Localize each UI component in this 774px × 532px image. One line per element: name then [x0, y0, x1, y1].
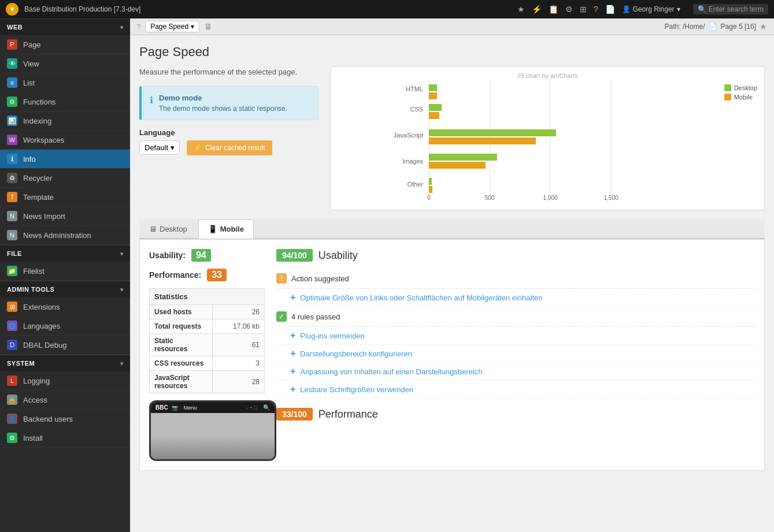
page-icon: P	[7, 39, 17, 50]
sidebar-item-extensions[interactable]: ⊞ Extensions	[0, 297, 130, 317]
svg-text:JavaScript: JavaScript	[394, 132, 423, 139]
monitor-icon: 🖥	[204, 22, 212, 31]
settings-icon[interactable]: ⚙	[565, 5, 573, 14]
user-menu[interactable]: 👤 Georg Ringer ▾	[622, 5, 680, 13]
sidebar-item-functions[interactable]: ⚙ Functions	[0, 92, 130, 111]
suggestion-4-text: Lesbare Schriftgrößen verwenden	[300, 385, 413, 394]
sidebar-item-dbal[interactable]: D DBAL Debug	[0, 336, 130, 355]
action-suggested-label: Action suggested	[291, 274, 349, 283]
sidebar-item-backend-users[interactable]: 👤 Backend users	[0, 410, 130, 429]
usability-chip: 94/100	[276, 249, 313, 262]
tab-mobile[interactable]: 📱 Mobile	[198, 220, 254, 239]
svg-rect-10	[429, 92, 437, 99]
suggestion-1[interactable]: + Plug-ins vermeiden	[276, 327, 755, 345]
usability-label-left: Usability:	[149, 251, 186, 260]
workspaces-icon: W	[7, 135, 17, 145]
sidebar-item-install[interactable]: ⚙ Install	[0, 429, 130, 448]
sidebar-item-news-admin[interactable]: N News Administration	[0, 226, 130, 245]
suggestion-4[interactable]: + Lesbare Schriftgrößen verwenden	[276, 381, 755, 399]
sidebar-item-indexing[interactable]: 📊 Indexing	[0, 111, 130, 131]
clear-cache-label: Clear cached result	[205, 144, 265, 152]
clear-cache-button[interactable]: ⚡ Clear cached result	[187, 140, 272, 155]
action-suggested-row[interactable]: ! Action suggested	[276, 269, 755, 289]
suggestion-2[interactable]: + Darstellungsbereich konfigurieren	[276, 345, 755, 363]
svg-rect-18	[429, 186, 432, 193]
news-admin-icon: N	[7, 230, 17, 240]
search-placeholder: Enter search term	[709, 5, 764, 13]
language-select[interactable]: Default ▾	[139, 140, 180, 155]
sidebar-item-workspaces-label: Workspaces	[23, 136, 64, 144]
svg-text:Other: Other	[407, 181, 423, 188]
sidebar-item-functions-label: Functions	[23, 98, 55, 106]
page-speed-content: Page Speed Measure the performance of th…	[130, 35, 774, 532]
sidebar-item-filelist[interactable]: 📁 Filelist	[0, 262, 130, 281]
sidebar-item-list[interactable]: ≡ List	[0, 73, 130, 92]
notes-icon[interactable]: 📄	[605, 5, 615, 14]
system-section-header[interactable]: SYSTEM ▾	[0, 355, 130, 371]
sidebar-item-list-label: List	[23, 79, 35, 87]
sidebar-item-access[interactable]: 🔒 Access	[0, 390, 130, 410]
stat-label: JavaScript resources	[150, 371, 213, 393]
bookmark-icon[interactable]: ★	[517, 5, 525, 14]
file-section-label: FILE	[7, 250, 22, 257]
web-section-arrow: ▾	[120, 24, 124, 31]
demo-mode-box: ℹ Demo mode The demo mode shows a static…	[139, 86, 319, 120]
path-question[interactable]: ?	[137, 23, 140, 30]
sidebar-item-info[interactable]: ℹ Info	[0, 150, 130, 169]
sidebar-item-access-label: Access	[23, 396, 47, 404]
sidebar-item-dbal-label: DBAL Debug	[23, 341, 66, 349]
topbar-icons: ★ ⚡ 📋 ⚙ ⊞ ? 📄 👤 Georg Ringer ▾ 🔍 Enter s…	[517, 4, 768, 14]
sidebar-item-logging[interactable]: L Logging	[0, 371, 130, 390]
page-ref: Page 5 [16]	[721, 23, 756, 31]
clear-cache-icon: ⚡	[194, 144, 202, 152]
grid-icon[interactable]: ⊞	[580, 5, 587, 14]
sidebar-item-workspaces[interactable]: W Workspaces	[0, 131, 130, 150]
sidebar-item-languages[interactable]: 🌐 Languages	[0, 317, 130, 336]
performance-score-row: Performance: 33	[149, 269, 265, 281]
path-right: Path: /Home/ 📄 Page 5 [16] ★	[665, 22, 767, 31]
help-icon[interactable]: ?	[594, 5, 598, 14]
phone-camera: 📷	[172, 405, 178, 411]
stat-label: Used hosts	[150, 305, 213, 319]
legend-desktop-color	[724, 84, 731, 91]
search-box[interactable]: 🔍 Enter search term	[693, 4, 768, 14]
template-icon: T	[7, 192, 17, 202]
sidebar-item-view[interactable]: 👁 View	[0, 54, 130, 73]
legend-mobile-color	[724, 94, 731, 101]
suggestion-3[interactable]: + Anpassung von Inhalten auf einen Darst…	[276, 363, 755, 381]
tool-selected-label: Page Speed	[150, 23, 188, 31]
file-section-header[interactable]: FILE ▾	[0, 245, 130, 262]
legend-desktop-label: Desktop	[734, 84, 757, 91]
favorite-star[interactable]: ★	[760, 22, 767, 31]
svg-rect-17	[429, 178, 432, 185]
plus-icon-1: +	[290, 292, 295, 303]
tool-selector[interactable]: Page Speed ▾	[145, 21, 199, 32]
path-bar: ? Page Speed ▾ 🖥 Path: /Home/ 📄 Page 5 […	[130, 18, 774, 35]
admin-section-header[interactable]: ADMIN TOOLS ▾	[0, 281, 130, 297]
svg-rect-16	[429, 162, 486, 169]
sidebar-item-page[interactable]: P Page	[0, 35, 130, 54]
performance-chip: 33/100	[276, 408, 313, 421]
tab-desktop[interactable]: 🖥 Desktop	[139, 220, 197, 238]
suggestion-3-text: Anpassung von Inhalten auf einen Darstel…	[300, 367, 482, 376]
sidebar-item-recycler[interactable]: ♻ Recycler	[0, 169, 130, 188]
pages-icon[interactable]: 📋	[549, 5, 558, 14]
svg-rect-9	[429, 84, 437, 91]
plus-icon-3: +	[290, 348, 295, 359]
sidebar-item-news-import[interactable]: N News Import	[0, 207, 130, 226]
flash-icon[interactable]: ⚡	[532, 5, 542, 14]
user-dropdown-arrow: ▾	[677, 5, 680, 13]
content-area: ? Page Speed ▾ 🖥 Path: /Home/ 📄 Page 5 […	[130, 18, 774, 532]
stat-label: Static resources	[150, 334, 213, 356]
suggestion-2-text: Darstellungsbereich konfigurieren	[300, 349, 412, 358]
action-detail-1[interactable]: + Optimale Größe von Links oder Schaltfl…	[276, 289, 755, 307]
desktop-tab-label: Desktop	[160, 225, 187, 233]
page-icon-small: 📄	[709, 23, 717, 31]
sidebar-item-template[interactable]: T Template	[0, 188, 130, 207]
svg-rect-13	[429, 129, 556, 136]
page-title: Page Speed	[139, 44, 765, 59]
svg-rect-15	[429, 154, 497, 161]
rules-passed-row[interactable]: ✓ 4 rules passed	[276, 307, 755, 327]
web-section-header[interactable]: WEB ▾	[0, 18, 130, 35]
stat-value: 17.06 kb	[213, 319, 265, 334]
